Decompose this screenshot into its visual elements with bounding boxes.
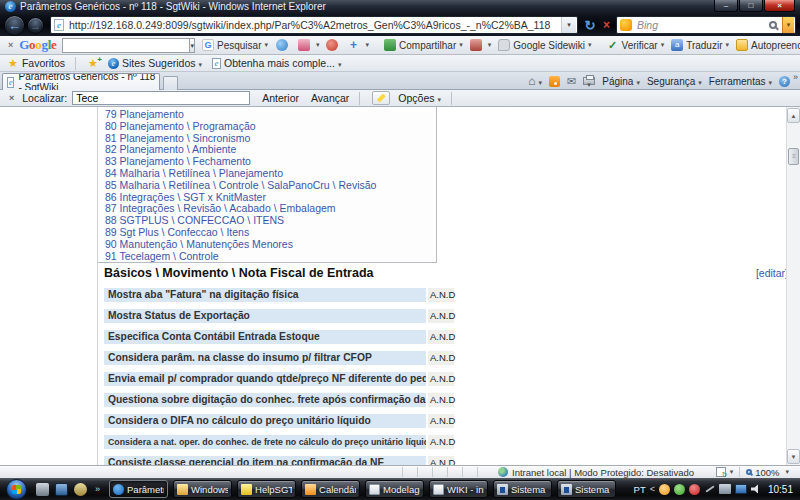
start-button[interactable] [6, 479, 27, 500]
tray-network-icon[interactable] [719, 484, 731, 494]
scroll-down-icon[interactable] [787, 449, 800, 464]
tray-user-icon[interactable] [674, 484, 685, 495]
taskbar-button-modelagem[interactable]: Modelage... [365, 480, 424, 498]
compatibility-icon[interactable] [716, 467, 726, 477]
zoom-icon[interactable] [746, 469, 752, 475]
tray-security-icon[interactable] [689, 484, 700, 495]
toc-link[interactable]: 85 Malharia \ Retilínea \ Controle \ Sal… [98, 180, 436, 192]
google-search-dropdown[interactable] [190, 38, 195, 53]
close-button[interactable] [764, 0, 795, 12]
quick-launch-icon-3[interactable] [74, 483, 87, 496]
find-previous-button[interactable]: Anterior [262, 92, 299, 104]
forward-button[interactable] [27, 17, 44, 34]
quick-launch-desktop-icon[interactable] [55, 483, 68, 496]
add-button[interactable] [348, 39, 370, 51]
refresh-icon[interactable] [582, 17, 598, 34]
scrollbar-thumb[interactable] [788, 148, 799, 165]
new-tab-button[interactable] [163, 76, 178, 90]
back-button[interactable] [4, 15, 25, 36]
param-value: A.N.D [428, 435, 454, 449]
quick-launch-icon-1[interactable] [36, 483, 49, 496]
mail-icon[interactable] [567, 75, 576, 88]
print-icon[interactable] [583, 77, 595, 85]
suggested-sites-icon [108, 58, 119, 69]
rss-icon[interactable] [549, 76, 560, 87]
home-icon[interactable] [528, 74, 542, 88]
tools-menu[interactable]: Ferramentas [709, 76, 772, 87]
address-bar[interactable] [50, 16, 578, 34]
taskbar-button-ie[interactable]: Parâmetro... [109, 480, 168, 498]
taskbar-button-helpsgt[interactable]: HelpSGT [237, 480, 296, 498]
tray-clock-icon[interactable] [659, 484, 670, 495]
dropdown-icon[interactable] [730, 468, 734, 476]
overflow-chevron-icon[interactable] [793, 72, 798, 82]
share-button[interactable]: Compartilhar [384, 39, 463, 51]
minimize-button[interactable] [714, 0, 738, 12]
volume-icon[interactable] [751, 484, 761, 494]
page-menu[interactable]: Página [602, 76, 640, 87]
search-icon[interactable] [769, 21, 777, 29]
table-row: Especifica Conta Contábil Entrada Estoqu… [104, 330, 484, 344]
google-search-button[interactable]: Pesquisar [202, 39, 268, 51]
find-options-button[interactable]: Opções [398, 92, 441, 104]
section-heading: Básicos \ Movimento \ Nota Fiscal de Ent… [104, 266, 788, 280]
globe-icon[interactable] [276, 39, 288, 51]
param-value: A.N.D [428, 393, 454, 407]
url-input[interactable] [67, 19, 561, 31]
find-close-icon[interactable] [9, 93, 14, 103]
photos-button[interactable] [298, 39, 320, 51]
find-input[interactable] [72, 91, 250, 105]
stop-icon[interactable] [599, 17, 614, 34]
address-dropdown-button[interactable] [561, 17, 576, 33]
highlight-all-button[interactable] [372, 91, 390, 105]
popup-blocker-icon[interactable] [326, 39, 338, 51]
spellcheck-button[interactable]: Verificar [607, 39, 665, 51]
safety-menu[interactable]: Segurança [647, 76, 702, 87]
get-more-addons-link[interactable]: Obtenha mais comple... [224, 57, 341, 69]
table-row: Consiste classe gerencial do item na con… [104, 456, 484, 465]
taskbar-button-explorer[interactable]: Windows ... [173, 480, 232, 498]
toc-link[interactable]: 91 Tecelagem \ Controle [98, 251, 436, 263]
quick-launch-chevron-icon[interactable] [95, 484, 100, 494]
toc-link[interactable]: 80 Planejamento \ Programação [98, 121, 436, 133]
sidewiki-button[interactable]: Google Sidewiki [498, 39, 591, 51]
tab-active[interactable]: Parâmetros Genéricos - nº 118 - SgtWiki [2, 73, 160, 90]
add-favorite-icon[interactable] [88, 57, 98, 70]
google-search-input[interactable] [62, 38, 190, 53]
tray-chevron-icon[interactable] [650, 484, 655, 494]
language-indicator[interactable]: PT [634, 484, 646, 495]
search-dropdown-button[interactable] [782, 17, 794, 33]
table-row: Considera o DIFA no cálculo do preço uni… [104, 414, 484, 428]
toc-link[interactable]: 84 Malharia \ Retilínea \ Planejamento [98, 168, 436, 180]
search-box[interactable] [616, 16, 796, 34]
zoom-dropdown-icon[interactable] [785, 468, 789, 476]
translate-button[interactable]: Traduzir [671, 39, 729, 51]
page-favicon [54, 19, 64, 31]
maximize-button[interactable] [739, 0, 763, 12]
taskbar-button-wiki[interactable]: WIKI - instr... [429, 480, 488, 498]
tray-pen-icon[interactable] [704, 484, 715, 495]
favorites-star-icon[interactable] [8, 57, 18, 70]
find-next-button[interactable]: Avançar [311, 92, 349, 104]
bing-icon [620, 19, 632, 31]
google-logo: Google [19, 37, 56, 53]
toc-link[interactable]: 90 Manutenção \ Manutenções Menores [98, 239, 436, 251]
toc-link[interactable]: 89 Sgt Plus \ Confeccao \ Itens [98, 227, 436, 239]
taskbar-clock[interactable]: 10:51 [768, 484, 793, 495]
vertical-scrollbar[interactable] [786, 107, 800, 465]
suggested-sites-link[interactable]: Sites Sugeridos [122, 57, 202, 69]
search-input[interactable] [635, 18, 769, 32]
edit-link[interactable]: [editar] [756, 267, 788, 279]
google-toolbar: Google Pesquisar Compartilhar Google Sid… [0, 36, 800, 55]
tray-display-icon[interactable] [735, 484, 747, 494]
favorites-label[interactable]: Favoritos [22, 57, 65, 69]
toolbar-close-icon[interactable] [8, 40, 13, 50]
autofill-button[interactable]: Autopreencher [736, 39, 800, 51]
scroll-up-icon[interactable] [787, 108, 800, 123]
taskbar-button-sistema-2[interactable]: Sistema de... [557, 480, 616, 498]
taskbar-button-calendario[interactable]: Calendário... [301, 480, 360, 498]
zoom-level[interactable]: 100% [755, 467, 779, 478]
taskbar-button-sistema-1[interactable]: Sistema de... [493, 480, 552, 498]
help-icon[interactable] [779, 76, 790, 87]
bookmarks-button[interactable] [470, 39, 492, 51]
